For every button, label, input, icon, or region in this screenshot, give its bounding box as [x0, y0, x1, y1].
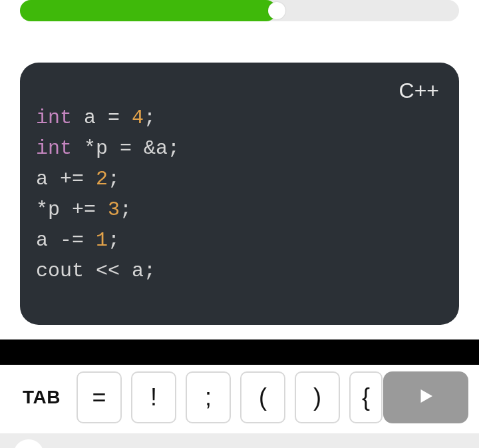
code-language-label: C++: [399, 79, 439, 103]
run-button[interactable]: [383, 371, 468, 423]
bottom-strip: [0, 433, 479, 448]
key-exclaim[interactable]: !: [131, 371, 176, 423]
key-rparen[interactable]: ): [295, 371, 340, 423]
key-lparen[interactable]: (: [240, 371, 285, 423]
tab-key[interactable]: TAB: [23, 387, 61, 408]
progress-bar[interactable]: [20, 0, 459, 21]
key-equals[interactable]: =: [77, 371, 122, 423]
progress-track: [20, 0, 459, 21]
divider-bar: [0, 339, 479, 365]
key-lbrace[interactable]: {: [349, 371, 383, 423]
play-icon: [416, 386, 436, 409]
key-semicolon[interactable]: ;: [186, 371, 231, 423]
progress-thumb[interactable]: [268, 2, 285, 19]
code-card: C++ int a = 4; int *p = &a; a += 2; *p +…: [20, 63, 459, 325]
code-block: int a = 4; int *p = &a; a += 2; *p += 3;…: [36, 103, 443, 286]
progress-fill: [20, 0, 277, 21]
